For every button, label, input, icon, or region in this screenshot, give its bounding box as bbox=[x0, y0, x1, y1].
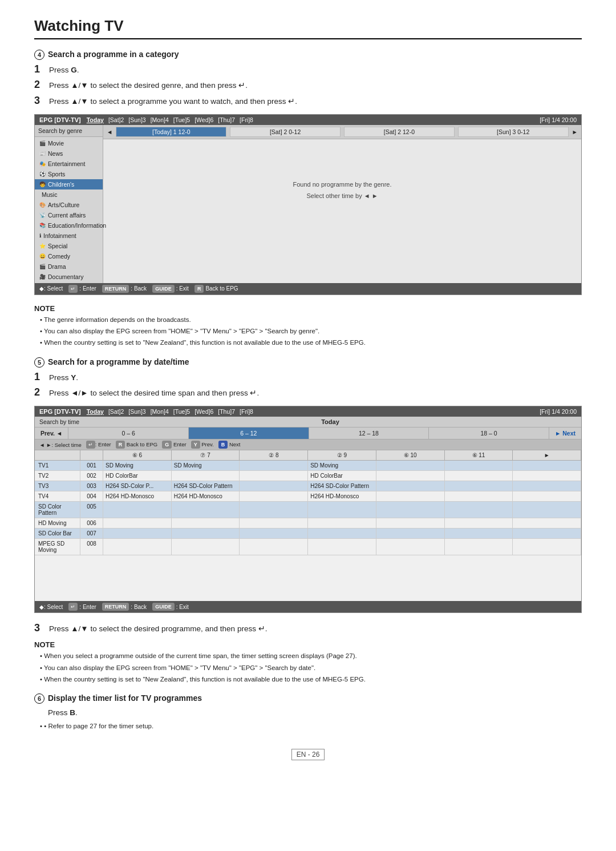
epg1-footer: ◆: Select ↵ : Enter RETURN : Back GUIDE … bbox=[35, 283, 581, 295]
genre-news[interactable]: 📰News bbox=[35, 148, 103, 159]
section4-heading: 4 Search a programme in a category bbox=[34, 50, 582, 60]
row-num-tv4: 004 bbox=[80, 491, 103, 501]
epg1-slot3[interactable]: [Sat] 2 12-0 bbox=[344, 127, 455, 137]
cell-sdcp-7 bbox=[513, 502, 581, 518]
r-btn2: R bbox=[116, 441, 125, 449]
epg2-footer: ◆: Select ↵ : Enter RETURN : Back GUIDE … bbox=[35, 601, 581, 612]
section5-title: Search for a programme by date/time bbox=[48, 357, 189, 366]
epg1-header: EPG [DTV-TV] Today [Sat]2 [Sun]3 [Mon]4 … bbox=[35, 115, 581, 125]
epg2-controls: ◄ ►: Select time ↵: Enter R Back to EPG … bbox=[35, 439, 581, 450]
enter-icon3: ↵ bbox=[68, 603, 78, 611]
cell-sdcb-4 bbox=[308, 529, 376, 538]
epg2-today: Today bbox=[87, 408, 104, 415]
epg2-screen: EPG [DTV-TV] Today [Sat]2 [Sun]3 [Mon]4 … bbox=[34, 406, 582, 613]
cell-hdm-7 bbox=[513, 518, 581, 528]
step5-2: 2 Press ◄/► to select the desired time s… bbox=[34, 386, 582, 399]
cell-hdm-1 bbox=[103, 518, 172, 528]
epg1-slot4[interactable]: [Sun] 3 0-12 bbox=[458, 127, 569, 137]
cell-tv2-5 bbox=[376, 471, 445, 481]
epg2-ctrl-enter: ↵: Enter bbox=[86, 441, 111, 449]
epg1-main: ◄ [Today] 1 12-0 [Sat] 2 0-12 [Sat] 2 12… bbox=[103, 125, 581, 283]
cell-mpeg-1 bbox=[103, 539, 172, 555]
epg2-slot4[interactable]: 18 – 0 bbox=[429, 427, 549, 439]
cell-tv1-2: SD Moving bbox=[172, 461, 240, 470]
table-row: SD Color Bar 007 bbox=[35, 529, 581, 539]
cell-tv4-6 bbox=[445, 491, 513, 501]
genre-current-affairs[interactable]: 📡Current affairs bbox=[35, 210, 103, 220]
step5-2-text: Press ◄/► to select the desired time spa… bbox=[49, 388, 259, 399]
genre-music[interactable]: Music bbox=[35, 189, 103, 200]
step4-2-text: Press ▲/▼ to select the desired genre, a… bbox=[49, 80, 248, 91]
cell-sdcp-2 bbox=[172, 502, 240, 518]
epg2-dates: Today [Sat]2 [Sun]3 [Mon]4 [Tue]5 [Wed]6… bbox=[87, 408, 534, 415]
genre-special[interactable]: ⭐Special bbox=[35, 241, 103, 251]
cell-tv4-2: H264 HD-Monosco bbox=[172, 491, 240, 501]
step4-3-text: Press ▲/▼ to select a programme you want… bbox=[49, 96, 297, 107]
table-row: TV2 002 HD ColorBar HD ColorBar bbox=[35, 471, 581, 481]
epg1-sidebar: Search by genre 🎬Movie 📰News 🎭Entertainm… bbox=[35, 125, 103, 283]
epg2-prev-btn[interactable]: Prev. ◄ bbox=[35, 427, 68, 439]
step4-3-num: 3 bbox=[34, 95, 44, 107]
genre-entertainment[interactable]: 🎭Entertainment bbox=[35, 159, 103, 169]
cell-mpeg-6 bbox=[445, 539, 513, 555]
cell-sdcp-5 bbox=[376, 502, 445, 518]
note1-title: NOTE bbox=[34, 304, 582, 313]
epg2-col-6: ⑥ 6 bbox=[103, 450, 172, 460]
epg2-slot1[interactable]: 0 – 6 bbox=[68, 427, 189, 439]
row-cells-mpeg bbox=[103, 539, 581, 555]
epg1-timeline-arrow-left: ◄ bbox=[107, 128, 112, 135]
page-footer: EN - 26 bbox=[34, 749, 582, 760]
return-btn: RETURN bbox=[102, 285, 129, 293]
section6-note: • Refer to page 27 for the timer setup. bbox=[40, 721, 582, 731]
genre-special-icon: ⭐ bbox=[39, 243, 46, 249]
epg1-slot1[interactable]: [Today] 1 12-0 bbox=[116, 127, 226, 137]
step5-2-num: 2 bbox=[34, 386, 44, 398]
epg1-timeline: ◄ [Today] 1 12-0 [Sat] 2 0-12 [Sat] 2 12… bbox=[103, 125, 581, 139]
cell-tv2-4: HD ColorBar bbox=[308, 471, 376, 481]
table-row: TV1 001 SD Moving SD Moving SD Moving bbox=[35, 461, 581, 471]
epg2-slot3[interactable]: 12 – 18 bbox=[309, 427, 429, 439]
section6-circle: 6 bbox=[34, 693, 44, 704]
cell-tv2-6 bbox=[445, 471, 513, 481]
genre-education[interactable]: 📚Education/Information bbox=[35, 220, 103, 231]
section5-heading: 5 Search for a programme by date/time bbox=[34, 357, 582, 368]
epg2-date-thu7: [Thu]7 bbox=[218, 408, 235, 415]
note2-section: NOTE When you select a programme outside… bbox=[34, 640, 582, 684]
genre-childrens[interactable]: 🧒Children's bbox=[35, 179, 103, 189]
table-row: TV4 004 H264 HD-Monosco H264 HD-Monosco … bbox=[35, 491, 581, 502]
epg2-col-arrow: ► bbox=[513, 450, 581, 460]
row-name-mpeg: MPEG SD Moving bbox=[35, 539, 80, 555]
page-title: Watching TV bbox=[34, 17, 582, 39]
genre-infotainment[interactable]: ℹInfotainment bbox=[35, 231, 103, 241]
genre-sports[interactable]: ⚽Sports bbox=[35, 169, 103, 179]
cell-hdm-5 bbox=[376, 518, 445, 528]
note2-title: NOTE bbox=[34, 640, 582, 649]
b-btn: B bbox=[218, 441, 228, 449]
cell-sdcp-4 bbox=[308, 502, 376, 518]
epg2-date-sun3: [Sun]3 bbox=[128, 408, 145, 415]
epg2-ctrl-next: B Next bbox=[218, 441, 241, 449]
genre-documentary[interactable]: 🎥Documentary bbox=[35, 272, 103, 282]
cell-mpeg-4 bbox=[308, 539, 376, 555]
epg1-slot2[interactable]: [Sat] 2 0-12 bbox=[230, 127, 341, 137]
cell-tv3-7 bbox=[513, 481, 581, 491]
epg2-slot2[interactable]: 6 – 12 bbox=[189, 427, 309, 439]
cell-mpeg-3 bbox=[240, 539, 308, 555]
genre-movie[interactable]: 🎬Movie bbox=[35, 138, 103, 148]
epg1-content: Found no programme by the genre. Select … bbox=[103, 139, 581, 242]
section4-circle: 4 bbox=[34, 50, 44, 60]
epg2-next-btn[interactable]: ► Next bbox=[549, 427, 581, 439]
row-name-sdcb: SD Color Bar bbox=[35, 529, 80, 538]
genre-arts[interactable]: 🎨Arts/Culture bbox=[35, 200, 103, 210]
epg2-col-11: ⑥ 11 bbox=[445, 450, 513, 460]
row-name-tv2: TV2 bbox=[35, 471, 80, 481]
genre-comedy-icon: 😄 bbox=[39, 253, 46, 259]
section6-press-text: Press B. bbox=[48, 707, 78, 719]
genre-news-icon: 📰 bbox=[39, 151, 46, 156]
epg2-search-label: Search by time bbox=[39, 418, 79, 425]
return-btn2: RETURN bbox=[102, 603, 129, 611]
step4-1-num: 1 bbox=[34, 63, 44, 75]
genre-comedy[interactable]: 😄Comedy bbox=[35, 251, 103, 261]
epg1-date-mon4: [Mon]4 bbox=[151, 116, 169, 123]
genre-drama[interactable]: 🎬Drama bbox=[35, 261, 103, 272]
